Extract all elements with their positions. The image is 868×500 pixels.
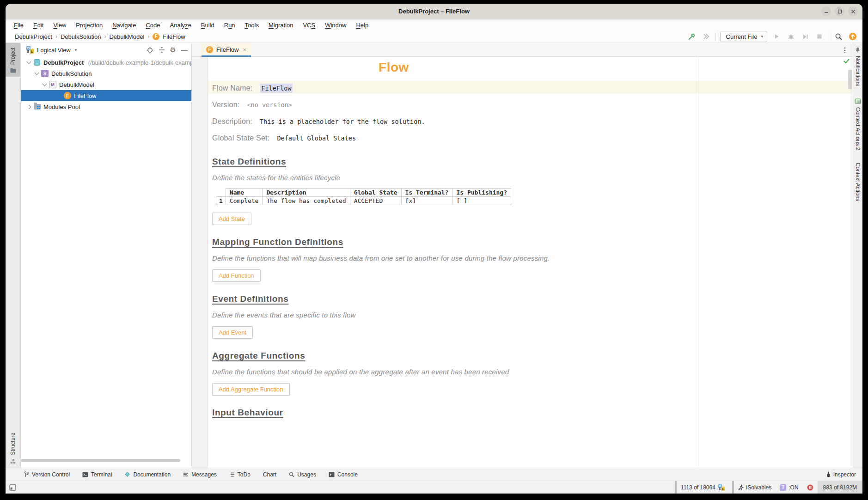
menu-window[interactable]: Window: [325, 22, 346, 29]
solvables-widget[interactable]: ISolvables: [734, 481, 776, 494]
tool-window-todo[interactable]: ToDo: [229, 471, 251, 478]
gear-icon[interactable]: ⚙: [170, 47, 176, 54]
stop-button[interactable]: [814, 31, 825, 42]
add-state-button[interactable]: Add State: [212, 213, 251, 225]
menu-tools[interactable]: Tools: [245, 22, 259, 29]
tool-window-messages[interactable]: Messages: [183, 471, 217, 478]
menu-edit[interactable]: Edit: [33, 22, 43, 29]
add-aggregate-function-button[interactable]: Add Aggregate Function: [212, 383, 290, 396]
menu-build[interactable]: Build: [201, 22, 214, 29]
close-button[interactable]: [848, 6, 858, 16]
maximize-button[interactable]: [835, 6, 844, 16]
tree-row-fileflow[interactable]: F FileFlow: [21, 90, 191, 101]
vertical-scrollbar[interactable]: [848, 70, 852, 89]
section-event-definitions: Event Definitions Define the events that…: [212, 294, 575, 339]
tab-fileflow[interactable]: F FileFlow ×: [202, 43, 251, 56]
inspector-widget[interactable]: Inspector: [826, 471, 856, 478]
tree-row-model[interactable]: M DebulkModel: [21, 79, 191, 90]
flow-name-value[interactable]: FileFlow: [260, 84, 293, 93]
hide-panel-icon[interactable]: —: [181, 47, 188, 53]
locate-icon[interactable]: [147, 47, 153, 54]
menu-run[interactable]: Run: [224, 22, 235, 29]
chevron-expanded-icon[interactable]: [43, 82, 47, 86]
chevron-collapsed-icon[interactable]: [27, 104, 31, 109]
run-with-coverage-button[interactable]: [800, 31, 810, 42]
add-function-button[interactable]: Add Function: [212, 269, 261, 282]
state-definitions-table: Name Description Global State Is Termina…: [216, 188, 511, 205]
menu-projection[interactable]: Projection: [76, 22, 103, 29]
close-icon: [851, 9, 856, 14]
description-value[interactable]: This is a placeholder for the flow solut…: [260, 118, 425, 125]
menu-bar: File Edit View Projection Navigate Code …: [6, 19, 862, 30]
solution-node-icon: S: [41, 70, 49, 77]
state-description-cell[interactable]: The flow has completed: [263, 197, 350, 205]
run-configuration-select[interactable]: Current File ▾: [720, 31, 767, 42]
toggle-widget[interactable]: T :ON: [776, 481, 802, 494]
build-hammer-button[interactable]: [687, 31, 697, 42]
menu-file[interactable]: File: [14, 22, 24, 29]
tool-window-tab-context-actions-2[interactable]: Context Actions 2: [855, 98, 861, 150]
tool-window-tab-structure[interactable]: Structure: [6, 428, 20, 468]
project-tab-label: Project: [10, 48, 16, 65]
tool-window-version-control[interactable]: Version Control: [24, 471, 70, 478]
view-selector-label[interactable]: Logical View: [37, 47, 71, 54]
chevron-expanded-icon[interactable]: [27, 60, 31, 64]
tree-row-modules-pool[interactable]: Modules Pool: [21, 101, 191, 112]
tree-row-solution[interactable]: S DebulkSolution: [21, 68, 191, 79]
state-global-state-cell[interactable]: ACCEPTED: [350, 197, 401, 205]
run-button[interactable]: [771, 31, 782, 42]
chevron-down-icon[interactable]: ▾: [75, 48, 77, 52]
right-tool-strip: Notifications Context Actions 2 Context …: [853, 43, 862, 468]
tree-row-project[interactable]: DebulkProject (/build/debulk-example-1/d…: [21, 57, 191, 68]
global-state-set-value[interactable]: Default Global States: [277, 134, 356, 142]
menu-analyze[interactable]: Analyze: [170, 22, 191, 29]
debug-button[interactable]: [786, 31, 796, 42]
memory-indicator[interactable]: 883 of 8192M: [818, 481, 862, 494]
bottom-tool-bar: Version Control Terminal Documentation M…: [6, 468, 862, 481]
chevron-expanded-icon[interactable]: [35, 71, 39, 75]
column-header: Is Terminal?: [401, 189, 452, 197]
menu-migration[interactable]: Migration: [269, 22, 293, 29]
collapse-all-icon[interactable]: [159, 47, 165, 53]
toggle-tool-windows-icon[interactable]: [9, 484, 16, 491]
breadcrumb-model[interactable]: DebulkModel: [109, 33, 144, 40]
breadcrumb-project[interactable]: DebulkProject: [15, 33, 52, 40]
menu-code[interactable]: Code: [146, 22, 160, 29]
tool-window-documentation[interactable]: Documentation: [124, 471, 171, 478]
inspection-ok-icon[interactable]: [844, 59, 850, 64]
tab-label: FileFlow: [216, 46, 238, 53]
breadcrumb-fileflow[interactable]: FileFlow: [163, 33, 185, 40]
right-margin-guide: [698, 57, 698, 468]
breadcrumb-solution[interactable]: DebulkSolution: [61, 33, 101, 40]
tool-window-usages[interactable]: Usages: [289, 471, 316, 478]
profiler-button[interactable]: [701, 31, 711, 42]
search-everywhere-button[interactable]: [833, 31, 844, 42]
tool-window-tab-context-actions[interactable]: Context Actions: [855, 163, 861, 201]
minimize-button[interactable]: [821, 6, 831, 16]
version-value[interactable]: <no version>: [247, 101, 292, 109]
menu-help[interactable]: Help: [356, 22, 368, 29]
project-tree: DebulkProject (/build/debulk-example-1/d…: [21, 57, 191, 112]
menu-vcs[interactable]: VCS: [303, 22, 315, 29]
tool-window-tab-project[interactable]: Project: [6, 43, 20, 77]
menu-navigate[interactable]: Navigate: [112, 22, 136, 29]
folder-icon: [10, 68, 16, 73]
menu-view[interactable]: View: [53, 22, 66, 29]
state-name-cell[interactable]: Complete: [226, 197, 263, 205]
branch-icon: [24, 471, 29, 477]
tool-window-terminal[interactable]: Terminal: [82, 471, 112, 478]
tool-window-chart[interactable]: Chart: [263, 471, 276, 478]
state-is-terminal-cell[interactable]: [x]: [401, 197, 452, 205]
tool-window-console[interactable]: Console: [329, 471, 358, 478]
error-indicator[interactable]: [803, 481, 818, 494]
position-widget[interactable]: 1113 of 18064 DSL: [677, 481, 729, 494]
update-button[interactable]: [848, 31, 858, 42]
horizontal-scrollbar[interactable]: [21, 459, 180, 462]
left-tool-strip: Project Structure: [6, 43, 21, 468]
state-is-publishing-cell[interactable]: [ ]: [452, 197, 511, 205]
add-event-button[interactable]: Add Event: [212, 326, 253, 339]
more-options-icon[interactable]: ⋮: [842, 46, 853, 54]
todo-list-icon: [229, 472, 235, 477]
tool-window-tab-notifications[interactable]: Notifications: [855, 47, 861, 86]
close-tab-icon[interactable]: ×: [243, 46, 246, 53]
